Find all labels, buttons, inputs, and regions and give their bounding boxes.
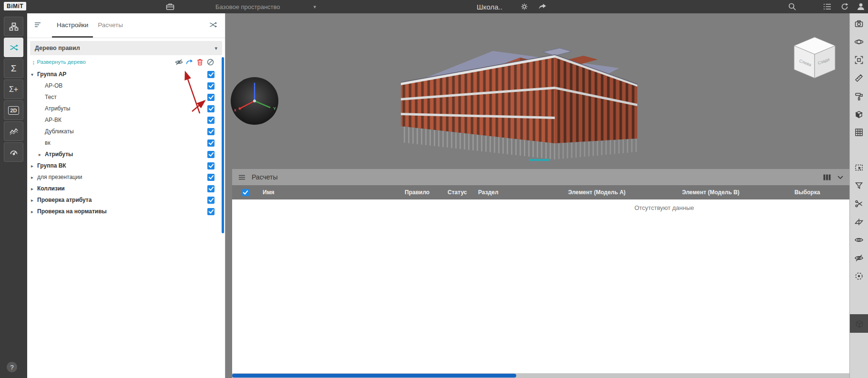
plan-2d-tool-button[interactable]: 2D [4,100,23,120]
results-column-header[interactable]: Выборка [765,189,849,196]
tree-caret-icon[interactable] [31,209,37,214]
tree-item-checkbox[interactable] [207,185,214,192]
tree-item[interactable]: Тест [27,91,225,103]
tree-caret-icon[interactable] [31,175,37,180]
results-column-header[interactable]: Раздел [474,189,537,196]
results-column-header[interactable]: Имя [259,189,401,196]
select-window-tool-button[interactable] [851,160,867,175]
fit-view-tool-button[interactable] [851,52,867,68]
tree-item-checkbox[interactable] [207,151,214,158]
tree-item[interactable]: Дубликаты [27,126,225,137]
charts-tool-button[interactable] [4,121,23,141]
show-elements-tool-button[interactable] [851,232,867,248]
dashboard-tool-button[interactable] [4,142,23,162]
columns-icon[interactable] [823,173,831,181]
compare-rules-tool-button[interactable] [4,38,23,57]
sync-icon[interactable] [840,0,849,13]
bimit-app: BiMiT Базовое пространство ▾ Школа.. [0,0,868,378]
tree-item[interactable]: Группа ВК [27,160,225,171]
tree-item-checkbox[interactable] [207,94,214,101]
measure-tool-button[interactable] [851,70,867,86]
screenshot-tool-button[interactable] [851,16,867,31]
tree-item[interactable]: вк [27,137,225,149]
expand-tree-icon: ↕ [32,59,35,66]
tree-item-checkbox[interactable] [207,208,214,215]
results-column-header[interactable]: Правило [401,189,444,196]
briefcase-icon[interactable] [165,0,175,13]
user-icon[interactable] [856,0,866,13]
clip-plane-tool-button[interactable] [851,214,867,229]
tree-item-checkbox[interactable] [207,197,214,204]
compare-icon[interactable] [209,20,217,30]
tree-item[interactable]: Коллизии [27,183,225,194]
tree-item[interactable]: для презентации [27,171,225,183]
results-column-header[interactable]: Статус [444,189,474,196]
trash-icon[interactable] [196,58,204,66]
block-icon[interactable] [206,58,214,66]
model-cube-tool-button[interactable] [850,314,868,333]
tree-header-label: Дерево правил [35,45,80,51]
sum-tool-button[interactable]: Σ [4,59,23,78]
rules-list-icon[interactable] [34,21,41,30]
sum-plus-tool-button[interactable]: Σ+ [4,80,23,99]
expand-tree-button[interactable]: ↕ Развернуть дерево [32,59,86,66]
tree-item-checkbox[interactable] [207,128,214,135]
tree-header[interactable]: Дерево правил ▾ [30,41,222,55]
select-all-checkbox[interactable] [242,189,249,196]
tree-item-checkbox[interactable] [207,105,214,112]
help-button[interactable]: ? [7,362,17,372]
orbit-tool-button[interactable] [851,34,867,50]
app-logo[interactable]: BiMiT [4,2,26,10]
tree-caret-icon[interactable] [31,186,37,191]
filter-tool-button[interactable] [851,178,867,193]
tree-caret-icon[interactable] [31,163,37,169]
tree-scrollbar[interactable] [222,57,224,233]
section-box-tool-button[interactable] [851,107,867,122]
tree-item-checkbox[interactable] [207,174,214,181]
forward-arrow-icon[interactable] [185,58,194,66]
eye-off-icon[interactable] [175,58,183,66]
tree-item-checkbox[interactable] [207,117,214,124]
collapse-panel-chevron-icon[interactable] [837,175,844,180]
tree-item-label: вк [45,139,51,146]
tree-item-checkbox[interactable] [207,139,214,147]
panel-tab[interactable]: Расчеты [93,13,128,38]
view-cube[interactable]: Слева Сзади [788,32,842,80]
tree-item-checkbox[interactable] [207,162,214,169]
menu-list-icon[interactable] [823,0,832,13]
tree-item[interactable]: Проверка на нормативы [27,206,225,217]
tree-item-checkbox[interactable] [207,82,214,90]
hide-elements-tool-button[interactable] [851,250,867,266]
viewport-3d[interactable]: x Y [226,13,849,378]
cut-tool-button[interactable] [851,196,867,211]
settings-gear-icon[interactable] [520,0,529,13]
project-title: Школа.. [477,0,502,13]
tree-item[interactable]: Группа АР [27,69,225,80]
tree-item[interactable]: Атрибуты [27,149,225,160]
tree-item-checkbox[interactable] [207,71,214,78]
hamburger-menu-icon[interactable] [238,173,246,181]
tree-item[interactable]: Проверка атрибута [27,194,225,206]
results-column-header[interactable]: Элемент (Модель А) [537,189,656,196]
left-tool-rail: Σ Σ+ 2D ? [0,13,27,378]
workspace-switcher[interactable]: Базовое пространство ▾ [215,0,316,13]
search-icon[interactable] [787,0,797,13]
isolate-tool-button[interactable] [851,269,867,284]
tree-caret-icon[interactable] [31,198,37,203]
tree-item[interactable]: Атрибуты [27,103,225,114]
tree-caret-icon[interactable] [31,72,37,77]
model-tree-tool-button[interactable] [4,17,23,36]
panel-resize-handle[interactable] [529,159,550,161]
tree-caret-icon[interactable] [39,152,45,157]
tree-item[interactable]: АР-ВК [27,114,225,126]
tree-item[interactable]: АР-ОВ [27,80,225,91]
tree-item-label: Коллизии [37,185,65,192]
share-icon[interactable] [538,0,547,13]
grid-tool-button[interactable] [851,125,867,140]
axis-gizmo[interactable]: x Y [230,76,279,126]
panel-tab[interactable]: Настройки [52,13,93,38]
horizontal-scrollbar-thumb[interactable] [232,374,516,378]
paint-tool-button[interactable] [851,89,867,104]
horizontal-scrollbar[interactable] [232,373,849,378]
results-column-header[interactable]: Элемент (Модель B) [656,189,765,196]
